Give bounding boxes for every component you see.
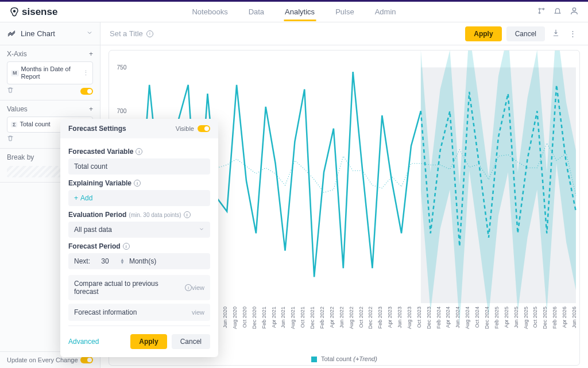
forecast-title: Forecast Settings (68, 125, 126, 133)
forecast-period-label: Forecast Period (68, 242, 121, 250)
svg-text:Oct 2020: Oct 2020 (242, 307, 247, 328)
svg-text:Jun 2025: Jun 2025 (513, 307, 519, 328)
xaxis-field-tag: M (11, 70, 19, 76)
nav-data[interactable]: Data (247, 3, 265, 21)
forecasted-var-label: Forecasted Variable (68, 148, 133, 156)
svg-text:Feb 2022: Feb 2022 (319, 307, 325, 328)
svg-point-2 (539, 12, 540, 13)
svg-text:750: 750 (117, 64, 126, 71)
view-link: view (192, 309, 204, 316)
eval-period-dropdown[interactable]: All past data (68, 222, 210, 238)
info-icon[interactable]: i (123, 243, 130, 250)
forecast-apply-button[interactable]: Apply (130, 334, 167, 349)
eval-period-value: All past data (74, 226, 112, 234)
more-icon[interactable]: ⋮ (83, 69, 89, 77)
xaxis-field-name: Months in Date of Report (21, 65, 81, 80)
user-icon[interactable] (570, 6, 579, 17)
svg-text:Aug 2024: Aug 2024 (465, 307, 470, 329)
apply-button[interactable]: Apply (465, 26, 501, 41)
cancel-button[interactable]: Cancel (506, 26, 545, 41)
visible-label: Visible (176, 125, 194, 132)
svg-text:Feb 2024: Feb 2024 (436, 307, 442, 328)
svg-text:Apr 2024: Apr 2024 (445, 307, 451, 328)
forecast-info-label: Forecast information (74, 308, 137, 316)
xaxis-label: X-Axis (7, 50, 27, 58)
chart-type-label: Line Chart (21, 29, 55, 38)
xaxis-toggle[interactable] (80, 88, 93, 95)
svg-text:Dec 2020: Dec 2020 (252, 307, 257, 329)
info-icon[interactable]: i (184, 211, 191, 218)
forecasted-var-value: Total count (68, 158, 210, 175)
plus-icon: + (74, 194, 78, 202)
branch-icon[interactable] (537, 7, 546, 17)
svg-text:Oct 2024: Oct 2024 (474, 307, 480, 328)
forecast-period-row: Next: 30 ▲▼ Month(s) (68, 253, 210, 269)
values-field-tag: Σ (11, 122, 17, 128)
svg-text:Jun 2021: Jun 2021 (280, 307, 286, 328)
svg-point-1 (539, 8, 540, 9)
brand-text: sisense (22, 6, 57, 18)
eval-period-label: Evaluation Period (68, 211, 126, 219)
svg-text:Jun 2022: Jun 2022 (339, 307, 345, 328)
xaxis-field[interactable]: M Months in Date of Report ⋮ (7, 61, 93, 84)
title-input[interactable]: Set a Title i (110, 29, 461, 38)
trash-icon[interactable] (7, 135, 14, 144)
bell-icon[interactable] (554, 7, 562, 17)
forecast-settings-panel: Forecast Settings Visible Forecasted Var… (60, 119, 218, 357)
svg-text:Jun 2024: Jun 2024 (455, 307, 461, 328)
visible-toggle[interactable] (198, 125, 210, 132)
svg-text:Feb 2023: Feb 2023 (377, 307, 383, 328)
svg-text:Aug 2023: Aug 2023 (407, 307, 412, 329)
nav-pulse[interactable]: Pulse (334, 3, 355, 21)
svg-text:Dec 2022: Dec 2022 (368, 307, 373, 329)
svg-text:Feb 2026: Feb 2026 (552, 307, 558, 328)
svg-text:Aug 2025: Aug 2025 (523, 307, 529, 329)
period-value-input[interactable]: 30 (95, 257, 115, 265)
info-icon[interactable]: i (136, 148, 142, 155)
svg-text:Apr 2026: Apr 2026 (562, 307, 567, 328)
title-placeholder: Set a Title (110, 29, 143, 38)
info-icon[interactable]: i (146, 30, 153, 37)
add-value-button[interactable]: + (89, 105, 93, 113)
download-icon[interactable] (550, 29, 562, 38)
advanced-link[interactable]: Advanced (68, 338, 99, 346)
view-link: view (192, 284, 204, 291)
compare-actual-row[interactable]: Compare actual to previous forecasti vie… (68, 275, 210, 300)
svg-text:Feb 2025: Feb 2025 (494, 307, 500, 328)
chart-type-selector[interactable]: Line Chart (0, 22, 100, 45)
stepper-icon[interactable]: ▲▼ (120, 258, 125, 264)
svg-text:Oct 2023: Oct 2023 (416, 307, 422, 328)
add-label: Add (80, 194, 92, 202)
svg-text:Jun 2023: Jun 2023 (397, 307, 403, 328)
svg-text:Oct 2025: Oct 2025 (532, 307, 538, 328)
widget-toolbar: Set a Title i Apply Cancel ⋮ (100, 22, 588, 45)
update-label: Update on Every Change (7, 357, 78, 363)
breakby-label: Break by (7, 153, 34, 161)
forecast-cancel-button[interactable]: Cancel (172, 334, 210, 349)
svg-text:Dec 2021: Dec 2021 (310, 307, 315, 329)
svg-text:Oct 2022: Oct 2022 (358, 307, 364, 328)
compare-label: Compare actual to previous forecast (74, 280, 183, 296)
svg-text:Aug 2022: Aug 2022 (349, 307, 354, 329)
update-toggle[interactable] (80, 357, 93, 363)
add-xaxis-button[interactable]: + (89, 50, 93, 58)
nav-notebooks[interactable]: Notebooks (191, 3, 229, 21)
add-explaining-button[interactable]: + Add (68, 190, 210, 206)
svg-text:Dec 2025: Dec 2025 (542, 307, 548, 329)
line-chart-icon (7, 28, 16, 39)
info-icon[interactable]: i (134, 180, 141, 187)
forecast-info-row[interactable]: Forecast information view (68, 304, 210, 321)
xaxis-section: X-Axis + M Months in Date of Report ⋮ (0, 45, 100, 100)
svg-text:Jun 2020: Jun 2020 (222, 307, 228, 328)
brand-logo: sisense (9, 6, 57, 18)
svg-text:Dec 2023: Dec 2023 (426, 307, 432, 329)
svg-text:Apr 2025: Apr 2025 (504, 307, 509, 328)
nav-analytics[interactable]: Analytics (284, 3, 316, 21)
info-icon: i (185, 284, 192, 291)
svg-point-4 (572, 8, 575, 11)
nav-admin[interactable]: Admin (374, 3, 397, 21)
trash-icon[interactable] (7, 87, 14, 95)
kebab-icon[interactable]: ⋮ (567, 29, 579, 38)
eval-period-sub: (min. 30 data points) (129, 212, 181, 218)
values-label: Values (7, 105, 28, 113)
